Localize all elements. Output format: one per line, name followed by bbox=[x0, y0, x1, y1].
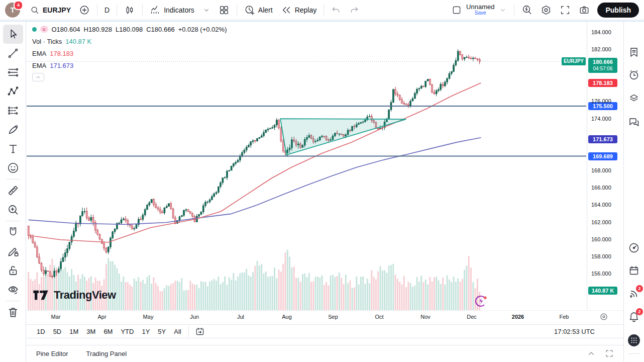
indicators-button[interactable]: Indicators bbox=[146, 2, 198, 18]
magnet-icon bbox=[7, 226, 20, 239]
calendar-button[interactable] bbox=[626, 261, 642, 280]
eye-icon bbox=[7, 283, 20, 296]
chevron-down-icon bbox=[499, 6, 507, 14]
indicators-icon bbox=[150, 5, 161, 16]
watchlist-icon bbox=[628, 46, 640, 58]
divider bbox=[628, 353, 640, 354]
save-layout-button[interactable] bbox=[448, 2, 465, 18]
watermark-text: TradingView bbox=[54, 289, 116, 302]
flash-circle-icon bbox=[474, 294, 488, 308]
hide-drawings-button[interactable] bbox=[3, 280, 23, 299]
range-button-all[interactable]: All bbox=[170, 326, 184, 337]
pattern-tool-button[interactable] bbox=[3, 82, 23, 101]
user-avatar[interactable]: T 4 bbox=[5, 3, 20, 18]
streams-button[interactable]: 2 bbox=[626, 284, 642, 303]
compare-add-button[interactable] bbox=[75, 2, 93, 18]
range-button-1m[interactable]: 1M bbox=[66, 326, 82, 337]
divider bbox=[188, 326, 189, 337]
indicator-templates-button[interactable] bbox=[199, 2, 214, 18]
interval-button[interactable]: D bbox=[101, 2, 113, 18]
xabcd-pattern-icon bbox=[7, 85, 20, 98]
range-button-5d[interactable]: 5D bbox=[50, 326, 65, 337]
range-button-1d[interactable]: 1D bbox=[33, 326, 49, 337]
range-button-5y[interactable]: 5Y bbox=[154, 326, 169, 337]
range-button-3m[interactable]: 3M bbox=[83, 326, 99, 337]
settings-button[interactable] bbox=[537, 2, 555, 18]
chart-legend: ≈ O180.604 H180.928 L180.098 C180.666 +0… bbox=[32, 25, 227, 81]
alert-button[interactable]: Alert bbox=[241, 2, 276, 18]
range-button-1y[interactable]: 1Y bbox=[138, 326, 153, 337]
quick-search-button[interactable] bbox=[518, 2, 536, 18]
boost-button[interactable] bbox=[474, 294, 488, 310]
fullscreen-icon bbox=[560, 5, 571, 16]
price-tick: 164.000 bbox=[591, 202, 611, 208]
divider bbox=[6, 179, 20, 179]
save-link[interactable]: Save bbox=[475, 11, 486, 16]
range-button-ytd[interactable]: YTD bbox=[117, 326, 137, 337]
notifications-badge: 2 bbox=[636, 308, 643, 315]
undo-button[interactable] bbox=[328, 2, 345, 18]
help-button[interactable]: ? bbox=[626, 359, 642, 362]
screenshot-button[interactable] bbox=[575, 2, 593, 18]
alarm-clock-icon bbox=[628, 69, 640, 81]
volume-legend-row[interactable]: Vol · Ticks 140.87 K bbox=[32, 37, 227, 46]
legend-collapse-button[interactable] bbox=[32, 73, 44, 81]
lock-drawings-button[interactable] bbox=[3, 261, 23, 280]
range-button-6m[interactable]: 6M bbox=[100, 326, 116, 337]
clock[interactable]: 17:02:53 UTC bbox=[554, 328, 624, 335]
chevron-up-icon bbox=[35, 74, 41, 80]
watchlist-button[interactable] bbox=[626, 43, 642, 62]
object-tree-button[interactable] bbox=[626, 88, 642, 108]
redo-button[interactable] bbox=[346, 2, 363, 18]
axis-settings-icon[interactable] bbox=[599, 312, 608, 321]
layout-grid-button[interactable] bbox=[215, 2, 233, 18]
replay-label: Replay bbox=[295, 6, 317, 14]
ema-slow-legend-row[interactable]: EMA 171.673 bbox=[32, 61, 227, 70]
trend-line-tool-button[interactable] bbox=[3, 44, 23, 63]
layout-name[interactable]: Unnamed Save bbox=[466, 4, 494, 16]
ema-slow-value: 171.673 bbox=[50, 62, 73, 69]
fullscreen-button[interactable] bbox=[556, 2, 574, 18]
text-tool-button[interactable] bbox=[3, 139, 23, 158]
replay-rewind-icon bbox=[281, 5, 292, 16]
tab-trading-panel[interactable]: Trading Panel bbox=[86, 350, 127, 357]
cursor-tool-button[interactable] bbox=[3, 25, 23, 44]
replay-button[interactable]: Replay bbox=[277, 2, 320, 18]
magnet-mode-button[interactable] bbox=[3, 223, 23, 242]
tradingview-logo-icon bbox=[32, 289, 49, 301]
time-axis-label: Dec bbox=[467, 314, 477, 320]
publish-button[interactable]: Publish bbox=[597, 3, 639, 18]
symbol-search-button[interactable]: EURJPY bbox=[26, 2, 74, 18]
panel-expand-button[interactable] bbox=[587, 349, 596, 359]
volume-value: 140.87 K bbox=[65, 38, 91, 45]
go-to-date-button[interactable] bbox=[191, 323, 208, 339]
brush-tool-button[interactable] bbox=[3, 120, 23, 139]
symbol-name: EURJPY bbox=[43, 6, 71, 14]
layout-menu-button[interactable] bbox=[495, 2, 510, 18]
prediction-tool-button[interactable] bbox=[3, 101, 23, 120]
screener-button[interactable] bbox=[626, 238, 642, 257]
price-tick: 158.000 bbox=[591, 253, 611, 259]
chat-button[interactable] bbox=[626, 113, 642, 132]
undo-icon bbox=[331, 5, 341, 15]
gauge-target-icon bbox=[628, 242, 640, 254]
price-axis[interactable]: 180.666 04:57:06 178.183 175.500 171.673… bbox=[587, 21, 624, 324]
plus-circle-icon bbox=[79, 5, 90, 16]
fib-retracement-tool-button[interactable] bbox=[3, 63, 23, 82]
time-axis[interactable]: MarAprMayJunJulAugSepOctNovDec2026Feb bbox=[26, 310, 624, 325]
apps-menu-button[interactable] bbox=[626, 331, 642, 350]
notifications-button[interactable]: 2 bbox=[626, 307, 642, 326]
zoom-in-tool-button[interactable] bbox=[3, 200, 23, 219]
remove-objects-button[interactable] bbox=[3, 303, 23, 322]
drawing-mode-button[interactable] bbox=[3, 242, 23, 261]
alerts-panel-button[interactable] bbox=[626, 65, 642, 84]
panel-maximize-button[interactable] bbox=[605, 349, 614, 359]
chart-style-button[interactable] bbox=[121, 2, 139, 18]
symbol-legend-row[interactable]: ≈ O180.604 H180.928 L180.098 C180.666 +0… bbox=[32, 25, 227, 34]
ema-fast-legend-row[interactable]: EMA 178.183 bbox=[32, 49, 227, 58]
tab-pine-editor[interactable]: Pine Editor bbox=[36, 350, 68, 357]
lower-level-badge: 169.689 bbox=[588, 152, 617, 160]
layout-square-icon bbox=[452, 5, 462, 15]
measure-tool-button[interactable] bbox=[3, 181, 23, 200]
emoji-tool-button[interactable] bbox=[3, 158, 23, 177]
